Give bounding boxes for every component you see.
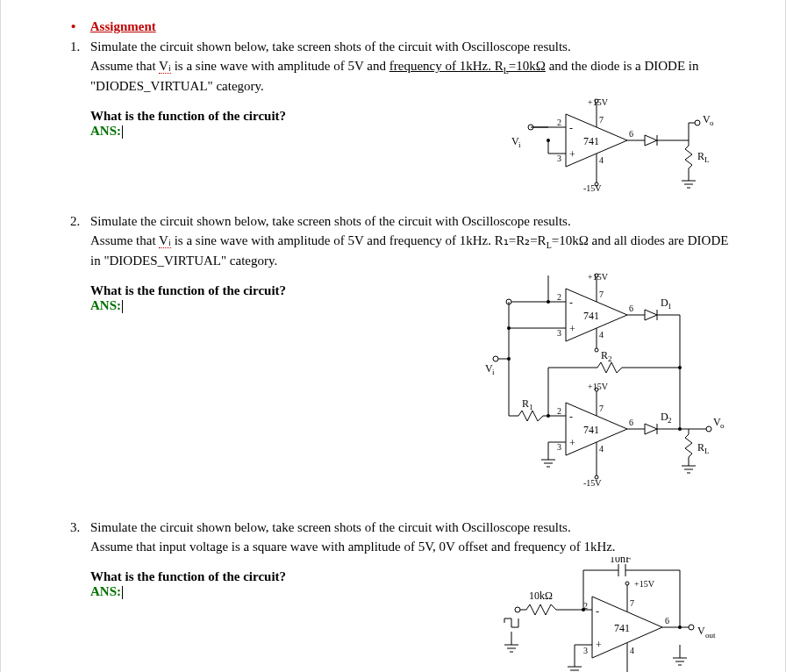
svg-text:i: i xyxy=(518,140,521,149)
svg-text:-: - xyxy=(569,297,573,309)
q2-line1: Simulate the circuit shown below, take s… xyxy=(90,214,571,228)
svg-text:R: R xyxy=(697,150,704,162)
svg-point-133 xyxy=(582,608,585,611)
svg-text:i: i xyxy=(492,368,495,376)
svg-text:+15V: +15V xyxy=(634,579,655,589)
svg-text:6: 6 xyxy=(629,418,633,427)
svg-text:-: - xyxy=(569,411,573,423)
svg-text:2: 2 xyxy=(557,406,561,416)
svg-text:L: L xyxy=(704,155,710,164)
q1-ans-label: ANS: xyxy=(90,124,121,138)
page: • Assignment Simulate the circuit shown … xyxy=(0,0,786,672)
q2-intro: Simulate the circuit shown below, take s… xyxy=(90,212,732,271)
svg-text:741: 741 xyxy=(583,310,599,322)
svg-text:+15V: +15V xyxy=(588,382,609,391)
q2-ans-label: ANS: xyxy=(90,298,121,312)
svg-point-101 xyxy=(706,426,711,432)
svg-text:10nF: 10nF xyxy=(610,557,632,565)
svg-text:3: 3 xyxy=(557,442,561,452)
svg-text:+15V: +15V xyxy=(588,272,609,282)
text-cursor-icon xyxy=(122,125,123,139)
q3-line2: Assume that input voltage is a square wa… xyxy=(90,540,616,554)
q2-line2a: Assume that xyxy=(90,233,159,247)
svg-text:1: 1 xyxy=(668,302,672,311)
q2-vi: Vᵢ xyxy=(159,233,171,248)
svg-text:1: 1 xyxy=(529,403,533,411)
svg-text:+: + xyxy=(569,148,575,161)
svg-point-77 xyxy=(547,414,550,418)
svg-point-144 xyxy=(625,582,629,585)
svg-text:o: o xyxy=(720,421,725,430)
question-list: Simulate the circuit shown below, take s… xyxy=(83,38,732,672)
q1-line2a: Assume that xyxy=(90,59,159,73)
q3-ans-label: ANS: xyxy=(90,584,121,598)
text-cursor-icon xyxy=(122,300,123,313)
svg-point-113 xyxy=(493,356,498,361)
svg-text:o: o xyxy=(710,118,714,127)
q1-circuit-diagram: 741 2 3 - + V i xyxy=(504,97,732,197)
svg-text:2: 2 xyxy=(557,292,561,302)
q3-prompt: What is the function of the circuit? xyxy=(90,569,473,584)
svg-point-155 xyxy=(678,626,682,629)
q3-ans-row: ANS: xyxy=(90,584,473,599)
q1-line1: Simulate the circuit shown below, take s… xyxy=(90,39,571,54)
svg-text:4: 4 xyxy=(630,646,634,655)
svg-point-153 xyxy=(689,625,694,630)
q3-intro: Simulate the circuit shown below, take s… xyxy=(90,518,732,557)
svg-text:3: 3 xyxy=(557,154,561,163)
svg-text:2: 2 xyxy=(668,416,672,425)
question-3: Simulate the circuit shown below, take s… xyxy=(83,518,732,672)
svg-text:4: 4 xyxy=(599,444,604,454)
svg-text:R: R xyxy=(697,441,704,454)
svg-text:L: L xyxy=(704,447,710,455)
q3-circuit-diagram: 10nF 741 - + 2 3 10kΩ xyxy=(487,557,732,673)
svg-text:-15V: -15V xyxy=(583,183,602,193)
svg-text:10kΩ: 10kΩ xyxy=(529,590,553,602)
q1-ans-row: ANS: xyxy=(90,124,490,139)
q2-prompt: What is the function of the circuit? xyxy=(90,283,447,298)
svg-text:+: + xyxy=(569,323,575,335)
svg-text:+15V: +15V xyxy=(588,97,609,107)
opamp-label: 741 xyxy=(583,135,599,147)
svg-text:6: 6 xyxy=(629,129,633,139)
svg-text:7: 7 xyxy=(599,404,604,413)
svg-text:V: V xyxy=(697,625,705,637)
svg-text:3: 3 xyxy=(557,328,561,338)
svg-text:741: 741 xyxy=(614,622,630,634)
svg-point-26 xyxy=(695,120,700,125)
q1-vi: Vᵢ xyxy=(159,59,171,74)
svg-marker-93 xyxy=(645,424,657,434)
svg-text:741: 741 xyxy=(583,424,599,436)
heading-row: • Assignment xyxy=(71,19,732,34)
bullet-icon: • xyxy=(71,19,87,34)
svg-point-62 xyxy=(547,300,550,304)
svg-point-130 xyxy=(515,607,520,612)
svg-point-50 xyxy=(595,348,598,352)
q2-line2b: is a sine wave with amplitude of 5V and … xyxy=(171,233,547,247)
svg-text:-: - xyxy=(596,605,599,618)
svg-text:7: 7 xyxy=(599,115,604,125)
q1-line2b: is a sine wave with amplitude of 5V and xyxy=(171,59,389,73)
svg-text:6: 6 xyxy=(629,304,633,313)
svg-text:+: + xyxy=(596,639,602,651)
svg-point-99 xyxy=(678,427,682,431)
q1-prompt: What is the function of the circuit? xyxy=(90,109,490,124)
q1-intro: Simulate the circuit shown below, take s… xyxy=(90,38,732,97)
text-cursor-icon xyxy=(122,586,123,599)
svg-text:4: 4 xyxy=(599,330,604,340)
q1-linkpart: frequency of 1kHz. RL=10kΩ xyxy=(389,59,546,73)
svg-point-11 xyxy=(547,139,550,142)
svg-text:-15V: -15V xyxy=(583,478,602,488)
q3-line1: Simulate the circuit shown below, take s… xyxy=(90,520,571,534)
svg-text:-: - xyxy=(569,122,573,134)
svg-text:+: + xyxy=(569,437,575,449)
svg-text:R: R xyxy=(522,397,529,410)
svg-text:4: 4 xyxy=(599,155,604,165)
assignment-heading: Assignment xyxy=(90,19,156,33)
svg-text:2: 2 xyxy=(608,354,612,363)
svg-text:7: 7 xyxy=(599,290,604,299)
svg-text:out: out xyxy=(705,631,716,640)
question-1: Simulate the circuit shown below, take s… xyxy=(83,38,732,197)
q2-circuit-diagram: 741 - + 2 3 7 +15V 4 xyxy=(461,271,732,503)
svg-text:3: 3 xyxy=(583,646,588,655)
